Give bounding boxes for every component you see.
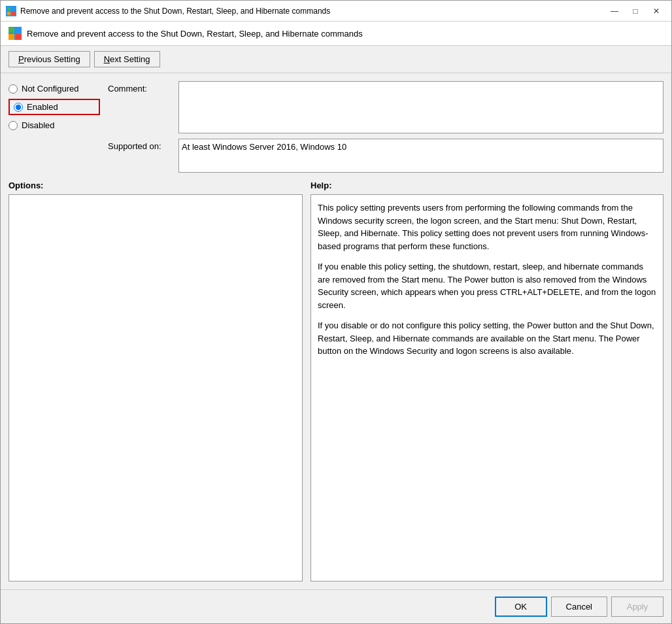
toolbar: Previous Setting Next Setting xyxy=(1,46,671,73)
svg-rect-7 xyxy=(16,34,22,40)
svg-rect-6 xyxy=(8,34,14,40)
main-content: Not Configured Enabled Disabled Comment: xyxy=(1,73,671,589)
footer: OK Cancel Apply xyxy=(1,589,671,623)
header-title: Remove and prevent access to the Shut Do… xyxy=(27,29,363,39)
help-label: Help: xyxy=(311,181,664,190)
title-bar: Remove and prevent access to the Shut Do… xyxy=(1,1,671,22)
supported-on-field-row: Supported on: At least Windows Server 20… xyxy=(108,139,664,173)
svg-rect-5 xyxy=(16,27,22,33)
previous-setting-button[interactable]: Previous Setting xyxy=(8,51,90,67)
next-setting-button[interactable]: Next Setting xyxy=(94,51,160,67)
apply-button[interactable]: Apply xyxy=(611,597,664,617)
svg-rect-4 xyxy=(8,27,14,33)
not-configured-radio[interactable] xyxy=(8,84,18,94)
fields-section: Comment: Supported on: At least Windows … xyxy=(108,81,664,173)
supported-on-label: Supported on: xyxy=(108,139,173,151)
main-window: Remove and prevent access to the Shut Do… xyxy=(0,0,672,624)
disabled-radio[interactable] xyxy=(8,121,18,130)
minimize-button[interactable]: — xyxy=(605,4,624,18)
not-configured-radio-item[interactable]: Not Configured xyxy=(8,84,100,94)
help-paragraph-2: If you enable this policy setting, the s… xyxy=(318,260,656,311)
comment-field-row: Comment: xyxy=(108,81,664,133)
cancel-button[interactable]: Cancel xyxy=(551,597,607,617)
supported-on-value: At least Windows Server 2016, Windows 10 xyxy=(178,139,664,173)
window-icon xyxy=(6,6,16,16)
not-configured-label: Not Configured xyxy=(22,84,78,94)
header-icon xyxy=(8,27,22,40)
comment-label: Comment: xyxy=(108,81,173,94)
title-bar-controls: — □ ✕ xyxy=(605,4,666,18)
bottom-section: Options: Help: This policy setting preve… xyxy=(8,181,664,581)
radio-group: Not Configured Enabled Disabled xyxy=(8,81,100,173)
enabled-label: Enabled xyxy=(27,102,58,112)
help-box: This policy setting prevents users from … xyxy=(311,194,664,581)
ok-button[interactable]: OK xyxy=(495,597,547,617)
options-label: Options: xyxy=(8,181,303,190)
help-paragraph-1: This policy setting prevents users from … xyxy=(318,201,656,252)
svg-rect-0 xyxy=(7,7,10,10)
help-panel: Help: This policy setting prevents users… xyxy=(311,181,664,581)
maximize-button[interactable]: □ xyxy=(626,4,645,18)
svg-rect-2 xyxy=(7,11,10,14)
enabled-radio-item[interactable]: Enabled xyxy=(14,102,58,112)
help-paragraph-3: If you disable or do not configure this … xyxy=(318,319,656,358)
svg-rect-3 xyxy=(12,11,15,14)
top-section: Not Configured Enabled Disabled Comment: xyxy=(8,81,664,173)
svg-rect-1 xyxy=(12,7,15,10)
options-box xyxy=(8,194,303,581)
disabled-radio-item[interactable]: Disabled xyxy=(8,120,100,130)
enabled-wrapper: Enabled xyxy=(8,99,100,115)
close-button[interactable]: ✕ xyxy=(647,4,666,18)
window-title: Remove and prevent access to the Shut Do… xyxy=(20,7,605,16)
enabled-radio[interactable] xyxy=(14,103,23,112)
options-panel: Options: xyxy=(8,181,303,581)
content-header: Remove and prevent access to the Shut Do… xyxy=(1,22,671,46)
disabled-label: Disabled xyxy=(22,120,55,130)
comment-textarea[interactable] xyxy=(178,81,664,133)
